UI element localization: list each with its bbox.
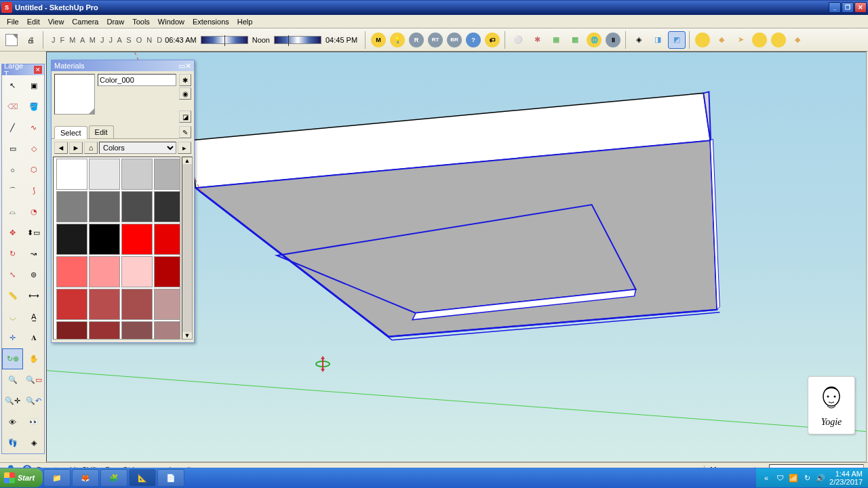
layer-left-button[interactable] bbox=[751, 31, 768, 49]
menu-draw[interactable]: Draw bbox=[102, 16, 128, 27]
pushpull-tool[interactable]: ⬍▭ bbox=[23, 222, 44, 243]
style-bulb-button[interactable]: 💡 bbox=[389, 31, 406, 49]
geo-pause-button[interactable]: ⏸ bbox=[604, 31, 622, 49]
time-slider[interactable] bbox=[201, 36, 248, 44]
menu-window[interactable]: Window bbox=[154, 16, 189, 27]
style-r-button[interactable]: R bbox=[408, 31, 425, 49]
zoom-tool[interactable]: 🔍 bbox=[2, 369, 23, 390]
color-swatch[interactable] bbox=[121, 256, 153, 287]
rotate-tool[interactable]: ↻ bbox=[2, 243, 23, 264]
rotated-rect-tool[interactable]: ◇ bbox=[23, 138, 44, 159]
color-swatch[interactable] bbox=[154, 224, 180, 255]
color-swatch[interactable] bbox=[89, 159, 120, 190]
library-select[interactable]: Colors bbox=[99, 142, 176, 154]
start-button[interactable]: Start bbox=[0, 468, 43, 487]
nav-forward-button[interactable]: ► bbox=[69, 142, 83, 154]
menu-extensions[interactable]: Extensions bbox=[189, 16, 233, 27]
tray-volume-icon[interactable]: 🔊 bbox=[816, 473, 825, 483]
layer-diamond2-button[interactable]: ◆ bbox=[789, 31, 806, 49]
geo-terrain2-button[interactable]: ▩ bbox=[566, 31, 584, 49]
rectangle-tool[interactable]: ▭ bbox=[2, 138, 23, 159]
color-swatch[interactable] bbox=[89, 289, 120, 320]
circle-tool[interactable]: ○ bbox=[2, 159, 23, 180]
pie-tool[interactable]: ◔ bbox=[23, 201, 44, 222]
materials-edit-tab[interactable]: Edit bbox=[89, 125, 114, 138]
color-swatch[interactable] bbox=[56, 256, 87, 287]
materials-select-tab[interactable]: Select bbox=[54, 126, 87, 139]
style-br-button[interactable]: BR bbox=[446, 31, 463, 49]
menu-camera[interactable]: Camera bbox=[68, 16, 102, 27]
system-clock[interactable]: 1:44 AM 2/23/2017 bbox=[829, 470, 863, 486]
pan-tool[interactable]: ✋ bbox=[23, 348, 44, 369]
geo-sphere-button[interactable]: ⚪ bbox=[509, 31, 527, 49]
arc-tool[interactable]: ⌒ bbox=[2, 180, 23, 201]
color-swatch[interactable] bbox=[121, 321, 153, 340]
current-material-swatch[interactable] bbox=[54, 74, 95, 115]
zoom-window-tool[interactable]: 🔍▭ bbox=[23, 369, 44, 390]
secondary-swatch-button[interactable]: ◪ bbox=[179, 110, 191, 123]
material-name-input[interactable] bbox=[98, 74, 176, 86]
layer-diamond-button[interactable]: ◆ bbox=[713, 31, 730, 49]
print-button[interactable]: 🖨 bbox=[22, 31, 39, 49]
polygon-tool[interactable]: ⬡ bbox=[23, 159, 44, 180]
color-swatch[interactable] bbox=[121, 289, 153, 320]
section-display-button[interactable]: ◨ bbox=[649, 31, 667, 49]
line-tool[interactable]: ╱ bbox=[2, 117, 23, 138]
color-swatch[interactable] bbox=[154, 321, 180, 340]
palette-title-bar[interactable]: Large T... ✕ bbox=[2, 64, 44, 75]
tray-refresh-icon[interactable]: ↻ bbox=[802, 473, 812, 483]
axes-tool[interactable]: ✛ bbox=[2, 327, 23, 348]
menu-tools[interactable]: Tools bbox=[128, 16, 154, 27]
tray-shield-icon[interactable]: 🛡 bbox=[775, 473, 785, 483]
task-firefox[interactable]: 🦊 bbox=[72, 469, 99, 487]
paint-bucket-tool[interactable]: 🪣 bbox=[23, 96, 44, 117]
eraser-tool[interactable]: ⌫ bbox=[2, 96, 23, 117]
menu-file[interactable]: File bbox=[3, 16, 23, 27]
date-slider[interactable] bbox=[274, 36, 321, 44]
move-tool[interactable]: ✥ bbox=[2, 222, 23, 243]
menu-edit[interactable]: Edit bbox=[23, 16, 44, 27]
color-swatch[interactable] bbox=[121, 191, 153, 222]
color-swatch[interactable] bbox=[56, 321, 87, 340]
task-sketchup[interactable]: 📐 bbox=[129, 469, 156, 487]
color-swatch[interactable] bbox=[154, 256, 180, 287]
close-button[interactable]: ✕ bbox=[854, 2, 867, 13]
geo-terrain1-button[interactable]: ▦ bbox=[547, 31, 565, 49]
menu-help[interactable]: Help bbox=[233, 16, 257, 27]
2pt-arc-tool[interactable]: ⟆ bbox=[23, 180, 44, 201]
color-swatch[interactable] bbox=[56, 191, 87, 222]
style-rt-button[interactable]: RT bbox=[427, 31, 444, 49]
layer-cursor-button[interactable]: ➤ bbox=[732, 31, 749, 49]
section-plane-tool[interactable]: ◈ bbox=[23, 432, 44, 453]
tray-expand-icon[interactable]: « bbox=[762, 473, 771, 483]
style-m-button[interactable]: M bbox=[370, 31, 387, 49]
zoom-extents-tool[interactable]: 🔍✛ bbox=[2, 390, 23, 411]
maximize-button[interactable]: ❐ bbox=[842, 2, 854, 13]
section-cut-button[interactable]: ◩ bbox=[668, 31, 686, 49]
color-swatch[interactable] bbox=[89, 321, 120, 340]
scale-tool[interactable]: ⤡ bbox=[2, 264, 23, 285]
new-file-button[interactable] bbox=[3, 31, 20, 49]
create-material-button[interactable]: ✱ bbox=[179, 74, 191, 86]
layer-right-button[interactable] bbox=[770, 31, 787, 49]
color-swatch[interactable] bbox=[56, 289, 87, 320]
color-swatch[interactable] bbox=[121, 159, 153, 190]
dimension-tool[interactable]: ⟷ bbox=[23, 285, 44, 306]
minimize-button[interactable]: _ bbox=[829, 2, 841, 13]
materials-title-bar[interactable]: Materials ▭✕ bbox=[52, 60, 194, 71]
details-menu-button[interactable]: ▸ bbox=[178, 142, 191, 154]
color-swatch[interactable] bbox=[89, 191, 120, 222]
geo-globe-button[interactable]: 🌐 bbox=[585, 31, 603, 49]
look-around-tool[interactable]: 👀 bbox=[23, 411, 44, 432]
3dtext-tool[interactable]: 𝐀 bbox=[23, 327, 44, 348]
section-plane-button[interactable]: ◈ bbox=[630, 31, 648, 49]
color-swatch[interactable] bbox=[121, 224, 153, 255]
freehand-tool[interactable]: ∿ bbox=[23, 117, 44, 138]
task-app1[interactable]: 🧩 bbox=[100, 469, 127, 487]
palette-close-button[interactable]: ✕ bbox=[34, 66, 42, 74]
nav-home-button[interactable]: ⌂ bbox=[84, 142, 98, 154]
style-tag-button[interactable]: 🏷 bbox=[484, 31, 501, 49]
swatch-scrollbar[interactable]: ▲ ▼ bbox=[182, 157, 193, 340]
materials-close-icon[interactable]: ▭✕ bbox=[178, 62, 191, 70]
color-swatch[interactable] bbox=[89, 256, 120, 287]
